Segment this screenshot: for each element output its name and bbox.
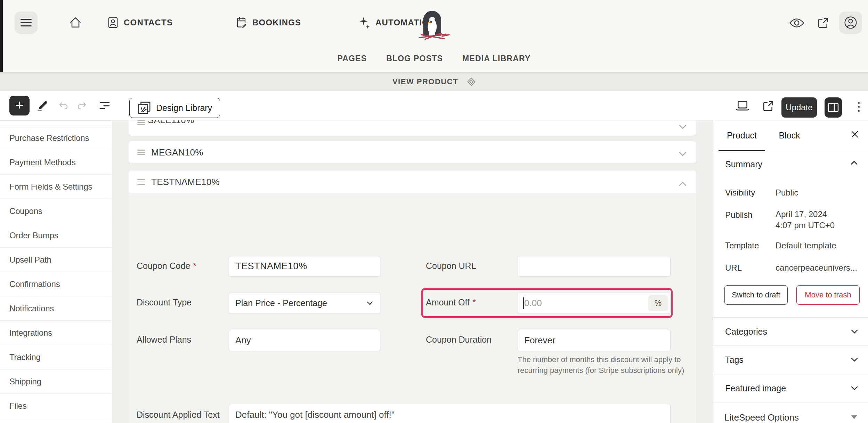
discount-applied-text-input[interactable] — [229, 404, 671, 423]
sidebar-item-upsell-path[interactable]: Upsell Path — [0, 248, 112, 272]
subnav-pages[interactable]: PAGES — [337, 54, 367, 63]
chevron-down-icon — [851, 329, 858, 334]
editor-toolbar: + Design Library — [0, 91, 868, 120]
open-site-icon[interactable] — [817, 17, 829, 29]
publish-date[interactable]: April 17, 2024 — [776, 209, 827, 219]
inspector-tabs: Product Block — [713, 120, 868, 151]
subnav-media-library[interactable]: MEDIA LIBRARY — [462, 54, 531, 63]
design-library-button[interactable]: Design Library — [129, 98, 220, 118]
switch-to-draft-button[interactable]: Switch to draft — [724, 285, 788, 305]
allowed-plans-input[interactable] — [229, 330, 380, 351]
undo-icon[interactable] — [57, 99, 70, 112]
template-label: Template — [725, 241, 759, 250]
amount-off-input[interactable] — [518, 293, 671, 314]
n-bird-logo — [419, 11, 449, 39]
subnav-blog-posts[interactable]: BLOG POSTS — [386, 54, 443, 63]
hamburger-menu-button[interactable] — [15, 11, 38, 34]
summary-collapse-icon[interactable] — [849, 159, 859, 166]
template-value[interactable]: Default template — [776, 241, 836, 250]
discount-applied-text-label: Discount Applied Text — [137, 410, 220, 420]
sidebar-item-order-bumps[interactable]: Order Bumps — [0, 223, 112, 248]
sidebar-item-confirmations[interactable]: Confirmations — [0, 272, 112, 296]
home-icon[interactable] — [69, 16, 82, 29]
update-button[interactable]: Update — [781, 97, 817, 118]
coupon-url-input[interactable] — [518, 256, 671, 277]
panel-litespeed-options[interactable]: LiteSpeed Options — [713, 403, 868, 423]
expand-chevron-icon[interactable] — [678, 150, 688, 158]
sidebar-item-coupons[interactable]: Coupons — [0, 199, 112, 223]
edit-tool-icon[interactable] — [36, 99, 49, 112]
chevron-down-icon — [851, 386, 858, 390]
coupon-row-expanded: TESTNAME10% Coupon Code* Coupon URL Disc… — [129, 170, 696, 423]
move-to-trash-button[interactable]: Move to trash — [796, 285, 860, 305]
list-view-icon[interactable] — [98, 99, 111, 112]
site-logo[interactable] — [417, 5, 451, 40]
discount-type-value: Plan Price - Percentage — [235, 298, 327, 308]
sidebar-item-files[interactable]: Files — [0, 394, 112, 418]
amount-off-label: Amount Off* — [426, 297, 476, 308]
triangle-down-icon — [851, 415, 857, 419]
view-post-icon[interactable] — [762, 100, 774, 112]
account-avatar-button[interactable] — [839, 11, 862, 34]
amount-off-field: % — [518, 293, 671, 314]
nav-bookings[interactable]: BOOKINGS — [236, 0, 301, 45]
sidebar-item-notifications[interactable]: Notifications — [0, 296, 112, 321]
drag-handle-icon[interactable] — [137, 150, 145, 155]
coupon-code-input[interactable] — [229, 256, 380, 277]
drag-handle-icon[interactable] — [137, 120, 145, 125]
visibility-value[interactable]: Public — [776, 188, 798, 198]
publish-time: 4:07 pm UTC+0 — [776, 221, 835, 230]
summary-section-title: Summary — [725, 159, 762, 169]
allowed-plans-label: Allowed Plans — [137, 335, 191, 345]
view-product-link[interactable]: VIEW PRODUCT — [392, 77, 458, 86]
nav-bookings-label: BOOKINGS — [252, 18, 301, 27]
coupon-code-label: Coupon Code* — [137, 261, 196, 271]
expand-chevron-icon[interactable] — [678, 123, 688, 130]
publish-label: Publish — [725, 210, 753, 220]
coupon-code-title: SALE110% — [148, 120, 194, 126]
coupon-duration-input[interactable] — [518, 330, 671, 351]
drag-handle-icon[interactable] — [137, 179, 145, 185]
tab-block[interactable]: Block — [772, 120, 807, 151]
coupon-expanded-header[interactable]: TESTNAME10% — [129, 170, 696, 194]
product-settings-sidebar: Purchase Restrictions Payment Methods Fo… — [0, 120, 112, 423]
left-edge-strip — [0, 0, 3, 72]
preview-eye-icon[interactable] — [789, 17, 804, 29]
coupon-url-label: Coupon URL — [426, 261, 476, 271]
sidebar-item-shipping[interactable]: Shipping — [0, 369, 112, 394]
automations-icon — [359, 16, 371, 29]
active-tab-underline — [719, 150, 765, 151]
nav-contacts-label: CONTACTS — [124, 18, 173, 27]
redo-icon[interactable] — [76, 99, 88, 112]
text-cursor — [523, 297, 524, 309]
inspector-sidebar: Product Block Summary Visibility Public … — [713, 120, 868, 423]
sidebar-item-purchase-restrictions[interactable]: Purchase Restrictions — [0, 126, 112, 150]
panel-categories[interactable]: Categories — [713, 317, 868, 346]
sidebar-item-integrations[interactable]: Integrations — [0, 321, 112, 345]
collapse-chevron-icon[interactable] — [678, 180, 688, 187]
sidebar-panel-icon — [828, 103, 839, 112]
sidebar-item-tracking[interactable]: Tracking — [0, 345, 112, 369]
tab-product[interactable]: Product — [719, 120, 765, 151]
url-label: URL — [725, 263, 742, 273]
avatar-icon — [844, 16, 858, 30]
options-kebab-icon[interactable]: ⋮ — [851, 96, 863, 116]
bookings-icon — [236, 16, 248, 29]
discount-type-label: Discount Type — [137, 297, 192, 308]
contacts-icon — [107, 16, 119, 29]
view-product-bar: VIEW PRODUCT — [0, 72, 868, 91]
panel-tags[interactable]: Tags — [713, 346, 868, 374]
coupons-editor-area: SALE110% MEGAN10% TESTNAME10% Coupon Cod… — [129, 120, 696, 423]
url-value[interactable]: cancerpeaceunivers... — [776, 263, 857, 273]
settings-sidebar-toggle[interactable] — [825, 97, 842, 118]
discount-type-select[interactable]: Plan Price - Percentage — [229, 293, 380, 314]
close-icon[interactable] — [849, 129, 860, 140]
sidebar-item-payment-methods[interactable]: Payment Methods — [0, 150, 112, 175]
preview-device-icon[interactable] — [736, 100, 749, 111]
panel-featured-image[interactable]: Featured image — [713, 374, 868, 403]
sidebar-item-form-fields[interactable]: Form Fields & Settings — [0, 175, 112, 199]
coupon-row-megan[interactable]: MEGAN10% — [129, 141, 696, 163]
nav-contacts[interactable]: CONTACTS — [107, 0, 173, 45]
block-inserter-button[interactable]: + — [9, 96, 30, 115]
coupon-row-clipped[interactable]: SALE110% — [129, 120, 696, 136]
